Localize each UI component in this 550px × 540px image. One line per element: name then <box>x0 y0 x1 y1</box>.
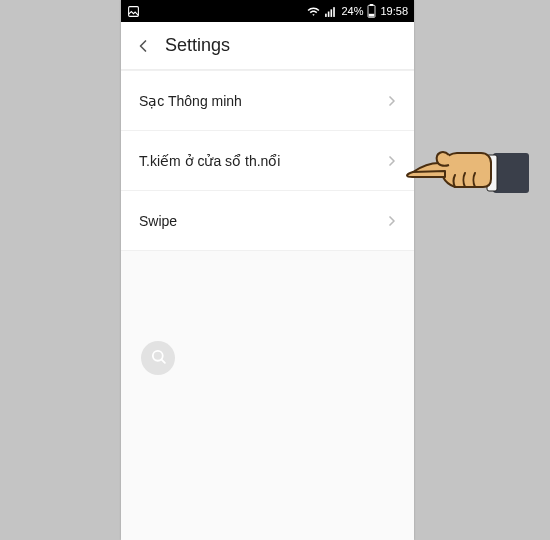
svg-rect-7 <box>369 14 375 17</box>
settings-row-popup-search[interactable]: T.kiếm ở cửa sổ th.nổi <box>121 131 414 191</box>
settings-row-swipe[interactable]: Swipe <box>121 191 414 251</box>
battery-icon <box>367 4 376 18</box>
search-fab[interactable] <box>141 341 175 375</box>
settings-list: Sạc Thông minh T.kiếm ở cửa sổ th.nổi Sw… <box>121 70 414 251</box>
signal-icon <box>324 5 337 18</box>
settings-row-label: Swipe <box>139 213 384 229</box>
settings-row-label: Sạc Thông minh <box>139 93 384 109</box>
content-area <box>121 251 414 540</box>
svg-rect-1 <box>326 13 328 16</box>
battery-text: 24% <box>341 5 363 17</box>
status-bar: 24% 19:58 <box>121 0 414 22</box>
chevron-right-icon <box>384 213 400 229</box>
svg-rect-6 <box>371 4 374 5</box>
settings-row-smart-charge[interactable]: Sạc Thông minh <box>121 71 414 131</box>
chevron-right-icon <box>384 93 400 109</box>
svg-rect-3 <box>331 9 333 17</box>
back-icon[interactable] <box>133 36 153 56</box>
page-title: Settings <box>165 35 230 56</box>
wifi-icon <box>307 5 320 18</box>
svg-line-9 <box>161 359 165 363</box>
svg-rect-2 <box>328 11 330 16</box>
svg-rect-4 <box>334 7 336 17</box>
settings-row-label: T.kiếm ở cửa sổ th.nổi <box>139 153 384 169</box>
phone-frame: 24% 19:58 Settings Sạc Thông minh <box>121 0 414 540</box>
title-bar: Settings <box>121 22 414 70</box>
svg-rect-11 <box>487 155 497 191</box>
image-icon <box>127 5 140 18</box>
pointing-hand-icon <box>405 135 530 205</box>
svg-rect-0 <box>129 6 139 16</box>
svg-rect-10 <box>493 153 529 193</box>
clock-text: 19:58 <box>380 5 408 17</box>
search-icon <box>150 348 167 369</box>
chevron-right-icon <box>384 153 400 169</box>
